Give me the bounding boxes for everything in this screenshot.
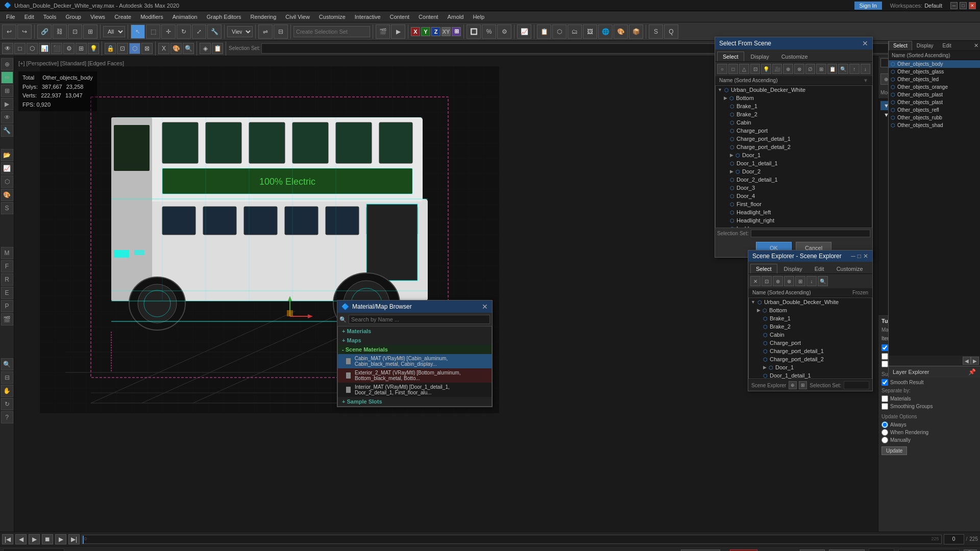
safe-frame-btn[interactable]: ⬛ [51,43,62,54]
env-effects-btn[interactable]: 🌐 [598,24,612,39]
render-setup-btn[interactable]: 🎬 [376,24,390,39]
rsp-item-rubb[interactable]: ⬡Other_objects_rubb [889,114,980,121]
le-pin-btn[interactable]: 📌 [968,368,976,375]
move-btn[interactable]: ✛ [161,24,176,39]
tree-item-door1[interactable]: ▶⬡Door_1 [728,151,872,159]
ds-icon13[interactable]: ↑ [849,64,860,74]
mat-exterior2[interactable]: Exterior_2_MAT (VRayMtl) [Bottom_aluminu… [338,368,492,383]
menu-customize[interactable]: Customize [315,13,350,21]
mat-search-input[interactable] [349,315,490,324]
ds-icon2[interactable]: □ [728,64,739,74]
tree-item-door3[interactable]: ⬡Door_3 [728,184,872,192]
tree-item-first-floor[interactable]: ⬡First_floor [728,200,872,208]
squid-btn2[interactable]: Q [664,24,678,39]
axis-xy-btn[interactable]: XY [442,27,451,36]
menu-tools[interactable]: Tools [39,13,61,21]
rsp-item-glass[interactable]: ⬡Other_objects_glass [889,68,980,76]
open-explorer-btn[interactable]: 🗂 [568,24,582,39]
ds-icon11[interactable]: 📋 [827,64,838,74]
orbit-btn[interactable]: ↻ [1,398,13,410]
filter-dropdown[interactable]: All [103,26,125,37]
rsp-item-shad[interactable]: ⬡Other_objects_shad [889,121,980,129]
se-tab-display[interactable]: Display [778,264,808,273]
render-frame-btn[interactable]: 🖼 [583,24,597,39]
rsp-item-plast2[interactable]: ⬡Other_objects_plast [889,98,980,106]
wire-btn[interactable]: ⬡ [27,43,38,54]
environment-side-btn[interactable]: E [1,287,13,299]
display-panel-btn[interactable]: 👁 [1,111,13,123]
help-btn[interactable]: ? [1,411,13,423]
mat-cat-scene[interactable]: - Scene Materials [338,345,492,354]
ts-normals-check[interactable] [881,361,888,367]
show-grid-btn[interactable]: ⊞ [76,43,87,54]
se-charge-detail2[interactable]: ⬡Charge_port_detail_2 [761,355,872,363]
material-editor-side-btn[interactable]: M [1,247,13,259]
menu-civil-view[interactable]: Civil View [281,13,313,21]
ts-isoline-check[interactable] [881,353,888,360]
utilities-panel-btn[interactable]: 🔧 [1,124,13,137]
maximize-btn[interactable]: □ [960,2,967,9]
mat-cat-sample[interactable]: + Sample Slots [338,397,492,406]
prev-frame-btn[interactable]: |◀ [2,534,13,544]
snap3d-btn[interactable]: 🔳 [467,24,481,39]
zoom-btn[interactable]: 🔍 [1,358,13,370]
ts-render-iters-check[interactable] [881,344,888,351]
ts-when-rendering-radio[interactable] [881,429,888,436]
rsp-item-body[interactable]: ⬡ Other_objects_body [889,60,980,68]
menu-file[interactable]: File [2,13,19,21]
tree-item-hl-left[interactable]: ⬡Headlight_left [728,208,872,216]
make-unique-btn[interactable]: ◈ [200,43,211,54]
tree-item-charge-port[interactable]: ⬡Charge_port [728,127,872,135]
curve-editor-btn[interactable]: 📈 [517,24,531,39]
tree-item-ladder[interactable]: ⬡Ladder [728,224,872,228]
se-close-btn[interactable]: ✕ [863,253,868,260]
se-charge-detail1[interactable]: ⬡Charge_port_detail_1 [761,347,872,355]
create-panel-btn[interactable]: ⊕ [1,58,13,70]
ds-icon7[interactable]: ⊕ [783,64,793,74]
ds-icon4[interactable]: ⊡ [750,64,761,74]
tab-display[interactable]: Display [745,52,775,61]
tree-item-brake1[interactable]: ⬡Brake_1 [728,102,872,110]
tab-select[interactable]: Select [717,52,744,61]
ts-materials-check[interactable] [881,395,888,402]
axis-z-btn[interactable]: Z [431,27,440,36]
next-frame-btn[interactable]: ▶| [68,534,80,544]
minimize-btn[interactable]: ─ [950,2,958,9]
rsp-tab-edit[interactable]: Edit [938,41,956,51]
edged-faces-btn[interactable]: ⬡ [129,43,140,54]
prev-key-btn[interactable]: ◀ [15,534,27,544]
se-tab-edit[interactable]: Edit [809,264,830,273]
sign-in-btn[interactable]: Sign In [854,2,882,10]
rotate-btn[interactable]: ↻ [177,24,191,39]
ds-icon12[interactable]: 🔍 [838,64,848,74]
select-region-btn[interactable]: ⬚ [146,24,160,39]
render-setup-side-btn[interactable]: F [1,260,13,272]
menu-create[interactable]: Create [110,13,135,21]
percent-btn[interactable]: % [482,24,496,39]
rsp-item-refl[interactable]: ⬡Other_objects_refl [889,106,980,114]
tree-item-hl-right[interactable]: ⬡Headlight_right [728,216,872,224]
ds-icon5[interactable]: 💡 [761,64,771,74]
snap-override-btn[interactable]: 🔒 [105,43,116,54]
layer-btn[interactable]: 📋 [537,24,551,39]
tab-customize[interactable]: Customize [776,52,814,61]
next-key-btn[interactable]: ▶ [55,534,66,544]
print-size-btn[interactable]: P [1,300,13,312]
axis-all-btn[interactable]: ⊞ [452,27,461,36]
mat-interior[interactable]: Interior_MAT (VRayMtl) [Door_1_detail_1,… [338,383,492,397]
mxs-btn[interactable]: S [1,202,13,214]
ds-icon14[interactable]: ↓ [861,64,871,74]
rsp-tab-display[interactable]: Display [912,41,938,51]
tree-item-door2detail1[interactable]: ⬡Door_2_detail_1 [728,176,872,184]
ts-update-btn[interactable]: Update [881,446,907,455]
lights-btn[interactable]: 💡 [88,43,99,54]
sel-set-input[interactable] [751,230,870,237]
rsp-scroll-right[interactable]: ▶ [971,357,979,365]
menu-rendering[interactable]: Rendering [247,13,281,21]
mat-cat-materials[interactable]: + Materials [338,327,492,336]
mat-cat-maps[interactable]: + Maps [338,336,492,345]
scene-explorer-side-btn[interactable]: 📂 [1,149,13,161]
se-brake2[interactable]: ⬡Brake_2 [761,322,872,331]
menu-edit[interactable]: Edit [20,13,38,21]
batch-render-btn[interactable]: 📦 [629,24,643,39]
